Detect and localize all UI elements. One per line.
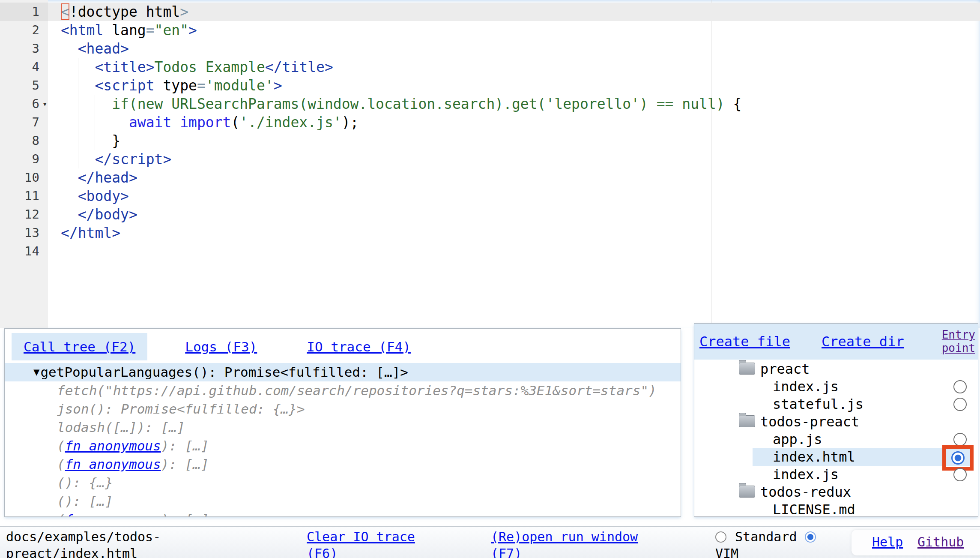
code-editor[interactable]: 1<!doctype html>2<html lang="en">3<head>… [0, 0, 980, 328]
dir-row-todos-preact[interactable]: todos-preact [694, 413, 978, 431]
dir-row-preact[interactable]: preact [694, 360, 978, 378]
file-row-stateful-js[interactable]: stateful.js [694, 396, 978, 413]
line-number: 8 [0, 132, 48, 150]
indent-guide [95, 113, 112, 132]
tab-call-tree-f2[interactable]: Call tree (F2) [12, 333, 147, 360]
call-tree-row[interactable]: (fn anonymous): […] [5, 437, 681, 455]
call-tree-row[interactable]: (fn anonymous): […] [5, 455, 681, 474]
line-number: 3 [0, 39, 48, 58]
call-tree-panel: Call tree (F2)Logs (F3)IO trace (F4) ▼ge… [4, 328, 681, 517]
file-name: stateful.js [773, 396, 863, 412]
create-dir-button[interactable]: Create dir [822, 324, 904, 360]
file-name: LICENSE.md [773, 501, 855, 517]
file-name: index.html [773, 449, 855, 465]
code-token: lang [103, 22, 146, 39]
keybinding-standard-radio[interactable] [715, 531, 726, 543]
indent-guide [78, 150, 95, 168]
current-file-path: docs/examples/todos-preact/index.html [6, 528, 163, 558]
call-tree-text: (): […] [57, 493, 113, 509]
indent-guide [61, 113, 78, 132]
code-line-14[interactable]: 14 [0, 242, 980, 261]
anonymous-fn-link[interactable]: fn anonymous [65, 438, 161, 453]
code-token: </head> [78, 169, 137, 186]
code-token: </script> [95, 151, 171, 168]
code-token: </body> [78, 206, 137, 223]
fold-arrow-icon[interactable]: ▾ [42, 95, 47, 113]
file-row-index-js[interactable]: index.js [694, 378, 978, 396]
clear-io-trace-button[interactable]: Clear IO trace (F6) [307, 528, 421, 558]
line-number: 10 [0, 168, 48, 187]
code-token [171, 114, 180, 131]
call-tree-text: (): {…} [57, 475, 113, 490]
indent-guide [61, 205, 78, 224]
call-tree-text: ): […] [161, 456, 209, 472]
code-line-11[interactable]: 11<body> [0, 187, 980, 205]
code-line-10[interactable]: 10</head> [0, 168, 980, 187]
entry-point-radio[interactable] [953, 380, 967, 393]
file-row-index-html[interactable]: index.html [694, 448, 978, 466]
code-token: Todos Example [155, 59, 265, 75]
collapse-arrow-icon[interactable]: ▼ [33, 366, 39, 378]
code-line-13[interactable]: 13</html> [0, 224, 980, 242]
line-number: 9 [0, 150, 48, 168]
file-row-app-js[interactable]: app.js [694, 431, 978, 448]
keybinding-vim-radio[interactable] [805, 531, 816, 543]
call-tree-text: ): […] [161, 512, 209, 517]
folder-icon [739, 415, 755, 427]
create-file-button[interactable]: Create file [699, 324, 790, 360]
code-line-1[interactable]: 1<!doctype html> [0, 3, 980, 21]
indent-guide [61, 132, 78, 150]
call-tree-text: ( [57, 512, 65, 517]
indent-guide [61, 39, 78, 58]
indent-guide [78, 58, 95, 76]
help-link[interactable]: Help [872, 527, 903, 558]
code-line-5[interactable]: 5<script type='module'> [0, 76, 980, 95]
call-tree-row[interactable]: fetch("https://api.github.com/search/rep… [5, 381, 681, 400]
entry-point-radio[interactable] [951, 451, 965, 465]
code-line-9[interactable]: 9</script> [0, 150, 980, 168]
indent-guide [78, 76, 95, 95]
call-tree-text: ( [57, 438, 65, 453]
indent-guide [78, 113, 95, 132]
code-token: 'module' [206, 77, 274, 94]
file-browser-panel: Create file Create dir Entry point preac… [694, 323, 978, 517]
call-tree-row[interactable]: json(): Promise<fulfilled: {…}> [5, 400, 681, 418]
dir-row-todos-redux[interactable]: todos-redux [694, 483, 978, 501]
entry-point-radio[interactable] [953, 398, 967, 411]
tab-logs-f3[interactable]: Logs (F3) [173, 333, 269, 360]
entry-point-radio[interactable] [953, 468, 967, 481]
call-tree-text: lodash([…]): […] [57, 420, 185, 435]
code-token: = [197, 77, 206, 94]
call-tree-row[interactable]: (): {…} [5, 474, 681, 492]
code-line-8[interactable]: 8} [0, 132, 980, 150]
entry-point-radio[interactable] [953, 433, 967, 446]
anonymous-fn-link[interactable]: fn anonymous [65, 456, 161, 472]
code-line-2[interactable]: 2<html lang="en"> [0, 21, 980, 39]
line-number: 12 [0, 205, 48, 224]
file-row-license-md[interactable]: LICENSE.md [694, 501, 978, 517]
reopen-run-window-button[interactable]: (Re)open run window (F7) [491, 528, 643, 558]
indent-guide [112, 113, 129, 132]
code-line-3[interactable]: 3<head> [0, 39, 980, 58]
anonymous-fn-link[interactable]: fn anonymous [65, 512, 161, 517]
keybinding-toggle: Standard VIM [715, 528, 825, 558]
call-tree-row[interactable]: (): […] [5, 492, 681, 510]
code-line-4[interactable]: 4<title>Todos Example</title> [0, 58, 980, 76]
github-link[interactable]: Github [917, 527, 964, 558]
code-token: <head> [78, 40, 129, 57]
code-token: } [112, 132, 120, 149]
code-token: if(new URLSearchParams(window.location.s… [112, 96, 733, 112]
code-token: import [180, 114, 231, 131]
tab-io-trace-f4[interactable]: IO trace (F4) [295, 333, 423, 360]
line-number: 7 [0, 113, 48, 132]
code-line-6[interactable]: 6▾if(new URLSearchParams(window.location… [0, 95, 980, 113]
code-line-12[interactable]: 12</body> [0, 205, 980, 224]
code-line-7[interactable]: 7await import('./index.js'); [0, 113, 980, 132]
call-tree-row[interactable]: ▼getPopularLanguages(): Promise<fulfille… [5, 363, 681, 381]
line-number: 6▾ [0, 95, 48, 113]
file-row-index-js[interactable]: index.js [694, 466, 978, 483]
code-token: ( [231, 114, 239, 131]
call-tree-row[interactable]: lodash([…]): […] [5, 418, 681, 437]
code-token: > [188, 22, 197, 39]
call-tree-row[interactable]: (fn anonymous): […] [5, 510, 681, 517]
